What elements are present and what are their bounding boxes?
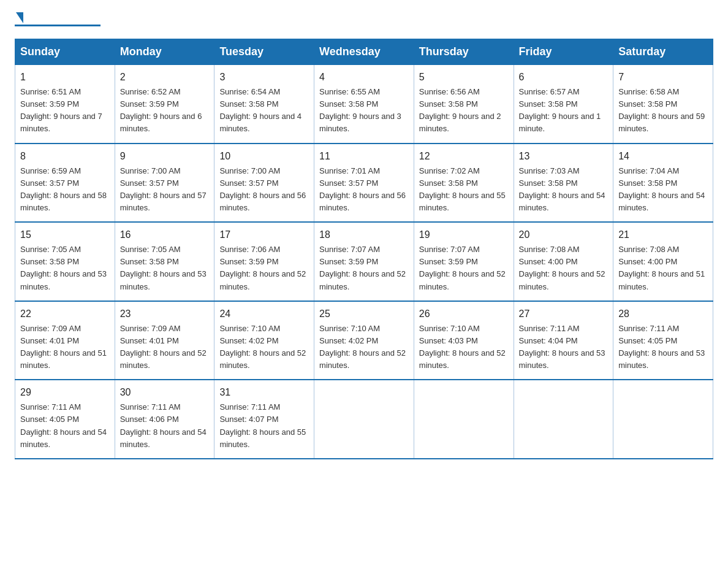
calendar-week-row: 22 Sunrise: 7:09 AMSunset: 4:01 PMDaylig…	[15, 301, 713, 380]
day-number: 11	[319, 149, 409, 164]
day-number: 8	[20, 149, 110, 164]
calendar-cell	[414, 380, 514, 459]
day-info: Sunrise: 7:06 AMSunset: 3:59 PMDaylight:…	[219, 245, 306, 291]
day-number: 4	[319, 70, 409, 85]
calendar-cell: 14 Sunrise: 7:04 AMSunset: 3:58 PMDaylig…	[613, 144, 713, 223]
day-info: Sunrise: 7:00 AMSunset: 3:57 PMDaylight:…	[120, 166, 207, 212]
day-info: Sunrise: 7:11 AMSunset: 4:04 PMDaylight:…	[519, 324, 605, 370]
logo-triangle-icon	[16, 12, 23, 23]
day-info: Sunrise: 7:08 AMSunset: 4:00 PMDaylight:…	[519, 245, 605, 291]
day-number: 13	[519, 149, 609, 164]
day-number: 12	[419, 149, 509, 164]
day-info: Sunrise: 7:05 AMSunset: 3:58 PMDaylight:…	[20, 245, 107, 291]
logo	[15, 15, 100, 26]
calendar-cell: 4 Sunrise: 6:55 AMSunset: 3:58 PMDayligh…	[314, 65, 414, 144]
calendar-week-row: 29 Sunrise: 7:11 AMSunset: 4:05 PMDaylig…	[15, 380, 713, 459]
calendar-cell: 30 Sunrise: 7:11 AMSunset: 4:06 PMDaylig…	[115, 380, 214, 459]
day-info: Sunrise: 7:07 AMSunset: 3:59 PMDaylight:…	[319, 245, 406, 291]
calendar-table: SundayMondayTuesdayWednesdayThursdayFrid…	[15, 39, 713, 459]
calendar-cell: 5 Sunrise: 6:56 AMSunset: 3:58 PMDayligh…	[414, 65, 514, 144]
day-number: 30	[120, 385, 210, 400]
logo-text	[15, 15, 100, 23]
calendar-cell: 25 Sunrise: 7:10 AMSunset: 4:02 PMDaylig…	[314, 301, 414, 380]
day-number: 23	[120, 307, 210, 321]
calendar-cell	[613, 380, 713, 459]
day-info: Sunrise: 7:10 AMSunset: 4:03 PMDaylight:…	[419, 324, 506, 370]
day-info: Sunrise: 7:07 AMSunset: 3:59 PMDaylight:…	[419, 245, 506, 291]
weekday-header-row: SundayMondayTuesdayWednesdayThursdayFrid…	[15, 39, 713, 65]
calendar-cell: 31 Sunrise: 7:11 AMSunset: 4:07 PMDaylig…	[214, 380, 314, 459]
day-info: Sunrise: 6:52 AMSunset: 3:59 PMDaylight:…	[120, 87, 202, 133]
calendar-cell: 29 Sunrise: 7:11 AMSunset: 4:05 PMDaylig…	[15, 380, 115, 459]
weekday-header-friday: Friday	[514, 39, 613, 65]
calendar-cell: 17 Sunrise: 7:06 AMSunset: 3:59 PMDaylig…	[214, 222, 314, 301]
day-info: Sunrise: 7:10 AMSunset: 4:02 PMDaylight:…	[319, 324, 406, 370]
day-number: 18	[319, 228, 409, 242]
day-number: 3	[219, 70, 309, 85]
calendar-cell: 26 Sunrise: 7:10 AMSunset: 4:03 PMDaylig…	[414, 301, 514, 380]
calendar-cell: 24 Sunrise: 7:10 AMSunset: 4:02 PMDaylig…	[214, 301, 314, 380]
calendar-cell: 22 Sunrise: 7:09 AMSunset: 4:01 PMDaylig…	[15, 301, 115, 380]
calendar-cell: 2 Sunrise: 6:52 AMSunset: 3:59 PMDayligh…	[115, 65, 214, 144]
day-number: 22	[20, 307, 110, 321]
day-number: 17	[219, 228, 309, 242]
day-info: Sunrise: 6:54 AMSunset: 3:58 PMDaylight:…	[219, 87, 301, 133]
day-number: 29	[20, 385, 110, 400]
day-info: Sunrise: 6:58 AMSunset: 3:58 PMDaylight:…	[618, 87, 705, 133]
day-number: 1	[20, 70, 110, 85]
day-number: 20	[519, 228, 609, 242]
calendar-cell: 12 Sunrise: 7:02 AMSunset: 3:58 PMDaylig…	[414, 144, 514, 223]
calendar-cell: 23 Sunrise: 7:09 AMSunset: 4:01 PMDaylig…	[115, 301, 214, 380]
calendar-week-row: 8 Sunrise: 6:59 AMSunset: 3:57 PMDayligh…	[15, 144, 713, 223]
day-number: 5	[419, 70, 509, 85]
day-info: Sunrise: 7:00 AMSunset: 3:57 PMDaylight:…	[219, 166, 306, 212]
calendar-cell: 7 Sunrise: 6:58 AMSunset: 3:58 PMDayligh…	[613, 65, 713, 144]
day-number: 28	[618, 307, 708, 321]
day-number: 14	[618, 149, 708, 164]
day-info: Sunrise: 7:09 AMSunset: 4:01 PMDaylight:…	[20, 324, 107, 370]
calendar-cell: 18 Sunrise: 7:07 AMSunset: 3:59 PMDaylig…	[314, 222, 414, 301]
day-number: 7	[618, 70, 708, 85]
day-info: Sunrise: 7:11 AMSunset: 4:06 PMDaylight:…	[120, 402, 207, 448]
day-info: Sunrise: 7:08 AMSunset: 4:00 PMDaylight:…	[618, 245, 705, 291]
page-header	[15, 15, 713, 26]
day-info: Sunrise: 7:10 AMSunset: 4:02 PMDaylight:…	[219, 324, 306, 370]
day-number: 16	[120, 228, 210, 242]
calendar-cell: 20 Sunrise: 7:08 AMSunset: 4:00 PMDaylig…	[514, 222, 613, 301]
day-info: Sunrise: 7:04 AMSunset: 3:58 PMDaylight:…	[618, 166, 705, 212]
day-info: Sunrise: 7:01 AMSunset: 3:57 PMDaylight:…	[319, 166, 406, 212]
calendar-cell: 9 Sunrise: 7:00 AMSunset: 3:57 PMDayligh…	[115, 144, 214, 223]
day-number: 31	[219, 385, 309, 400]
day-number: 26	[419, 307, 509, 321]
day-number: 10	[219, 149, 309, 164]
calendar-cell: 28 Sunrise: 7:11 AMSunset: 4:05 PMDaylig…	[613, 301, 713, 380]
day-info: Sunrise: 7:11 AMSunset: 4:05 PMDaylight:…	[618, 324, 705, 370]
weekday-header-saturday: Saturday	[613, 39, 713, 65]
day-number: 27	[519, 307, 609, 321]
calendar-cell	[514, 380, 613, 459]
day-info: Sunrise: 7:05 AMSunset: 3:58 PMDaylight:…	[120, 245, 207, 291]
calendar-week-row: 15 Sunrise: 7:05 AMSunset: 3:58 PMDaylig…	[15, 222, 713, 301]
calendar-cell: 10 Sunrise: 7:00 AMSunset: 3:57 PMDaylig…	[214, 144, 314, 223]
logo-underline	[15, 25, 100, 26]
calendar-cell: 16 Sunrise: 7:05 AMSunset: 3:58 PMDaylig…	[115, 222, 214, 301]
day-number: 24	[219, 307, 309, 321]
day-info: Sunrise: 6:59 AMSunset: 3:57 PMDaylight:…	[20, 166, 107, 212]
calendar-cell: 1 Sunrise: 6:51 AMSunset: 3:59 PMDayligh…	[15, 65, 115, 144]
day-info: Sunrise: 6:57 AMSunset: 3:58 PMDaylight:…	[519, 87, 601, 133]
day-number: 19	[419, 228, 509, 242]
calendar-cell: 13 Sunrise: 7:03 AMSunset: 3:58 PMDaylig…	[514, 144, 613, 223]
calendar-week-row: 1 Sunrise: 6:51 AMSunset: 3:59 PMDayligh…	[15, 65, 713, 144]
day-info: Sunrise: 6:55 AMSunset: 3:58 PMDaylight:…	[319, 87, 401, 133]
day-info: Sunrise: 7:02 AMSunset: 3:58 PMDaylight:…	[419, 166, 506, 212]
day-info: Sunrise: 7:09 AMSunset: 4:01 PMDaylight:…	[120, 324, 207, 370]
day-info: Sunrise: 7:03 AMSunset: 3:58 PMDaylight:…	[519, 166, 605, 212]
calendar-cell: 21 Sunrise: 7:08 AMSunset: 4:00 PMDaylig…	[613, 222, 713, 301]
calendar-cell: 3 Sunrise: 6:54 AMSunset: 3:58 PMDayligh…	[214, 65, 314, 144]
day-number: 9	[120, 149, 210, 164]
calendar-cell: 11 Sunrise: 7:01 AMSunset: 3:57 PMDaylig…	[314, 144, 414, 223]
day-info: Sunrise: 6:56 AMSunset: 3:58 PMDaylight:…	[419, 87, 501, 133]
calendar-cell: 8 Sunrise: 6:59 AMSunset: 3:57 PMDayligh…	[15, 144, 115, 223]
day-number: 21	[618, 228, 708, 242]
weekday-header-wednesday: Wednesday	[314, 39, 414, 65]
